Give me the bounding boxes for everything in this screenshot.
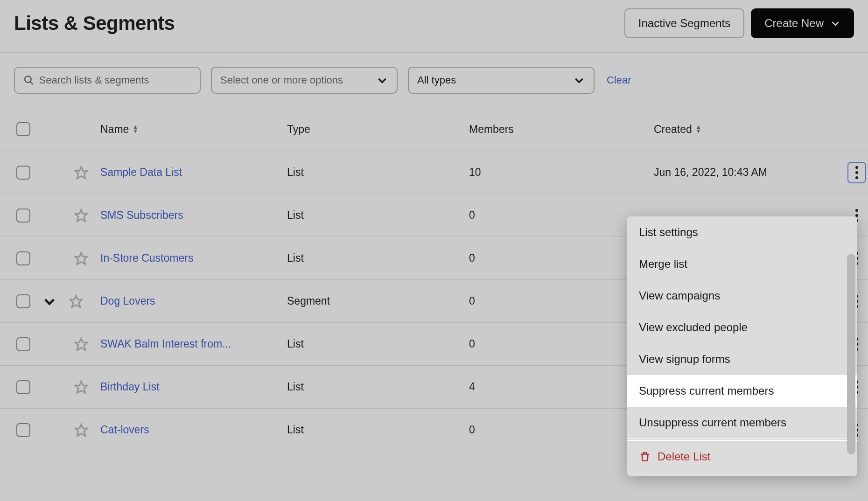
row-type: List [287,381,469,393]
header-actions: Inactive Segments Create New [624,8,854,38]
star-icon[interactable] [69,294,83,308]
row-type: List [287,338,469,350]
row-type: List [287,209,469,222]
row-name-link[interactable]: Dog Lovers [100,295,155,307]
svg-marker-2 [76,167,87,178]
row-actions-button[interactable] [847,162,866,183]
col-members: Members [469,123,654,136]
chevron-down-icon [376,74,388,86]
chevron-down-icon [573,74,585,86]
svg-marker-14 [70,295,82,307]
row-type: List [287,166,469,179]
svg-point-7 [855,209,858,212]
clear-filters-link[interactable]: Clear [607,74,631,86]
row-members: 0 [469,209,654,222]
create-new-label: Create New [764,17,824,30]
svg-marker-22 [76,381,87,393]
col-members-label: Members [469,123,514,136]
menu-item[interactable]: Merge list [627,248,857,280]
row-members: 0 [469,295,654,307]
star-icon[interactable] [74,166,88,180]
menu-item[interactable]: View excluded people [627,312,857,343]
star-icon[interactable] [74,380,88,394]
row-checkbox[interactable] [16,380,30,394]
search-icon [23,74,35,86]
row-members: 0 [469,424,654,436]
svg-marker-18 [76,338,87,350]
star-icon[interactable] [74,337,88,351]
type-select-label: All types [417,74,456,86]
sort-icon: ▲▼ [696,125,701,133]
menu-item[interactable]: Unsuppress current members [627,407,857,438]
row-members: 0 [469,252,654,264]
row-type: Segment [287,295,469,307]
svg-point-5 [855,176,858,179]
svg-point-0 [25,76,31,83]
star-icon[interactable] [74,423,88,437]
svg-point-3 [855,166,858,169]
star-icon[interactable] [74,209,88,223]
col-name[interactable]: Name ▲▼ [100,123,287,136]
row-checkbox[interactable] [16,251,30,265]
sort-icon: ▲▼ [133,125,138,133]
row-checkbox[interactable] [16,337,30,351]
trash-icon [639,451,651,463]
star-icon[interactable] [74,251,88,265]
row-name-link[interactable]: SMS Subscribers [100,209,183,221]
row-checkbox[interactable] [16,166,30,180]
select-all-checkbox[interactable] [16,122,30,136]
menu-scrollbar[interactable] [847,254,855,454]
row-created: Jun 16, 2022, 10:43 AM [654,166,838,179]
type-select[interactable]: All types [408,67,595,94]
row-checkbox[interactable] [16,294,30,308]
page-header: Lists & Segments Inactive Segments Creat… [0,0,868,53]
expand-icon[interactable] [42,294,57,309]
create-new-button[interactable]: Create New [751,8,854,38]
inactive-segments-button[interactable]: Inactive Segments [624,8,744,38]
svg-marker-6 [76,209,87,221]
menu-item[interactable]: View signup forms [627,343,857,375]
table-header: Name ▲▼ Type Members Created ▲▼ [0,108,868,151]
row-name-link[interactable]: In-Store Customers [100,252,193,264]
search-input[interactable] [39,74,191,86]
menu-item-delete-label: Delete List [658,450,710,463]
tags-select-label: Select one or more options [220,74,343,86]
menu-divider [627,439,857,440]
svg-point-4 [855,171,858,174]
menu-item[interactable]: List settings [627,216,857,248]
svg-line-1 [30,82,33,84]
svg-marker-26 [76,424,87,436]
table-row: Sample Data ListList10Jun 16, 2022, 10:4… [0,151,868,194]
row-type: List [287,252,469,264]
col-name-label: Name [100,123,129,136]
svg-marker-10 [76,252,87,264]
col-created[interactable]: Created ▲▼ [654,123,838,136]
chevron-down-icon [830,18,840,28]
svg-point-8 [855,214,858,217]
row-members: 4 [469,381,654,393]
filters-bar: Select one or more options All types Cle… [0,53,868,108]
menu-item-delete[interactable]: Delete List [627,441,857,476]
row-name-link[interactable]: SWAK Balm Interest from... [100,338,231,350]
col-type-label: Type [287,123,310,136]
inactive-segments-label: Inactive Segments [638,17,730,30]
row-members: 0 [469,338,654,350]
row-actions-menu: List settingsMerge listView campaignsVie… [627,216,857,476]
row-type: List [287,424,469,436]
tags-select[interactable]: Select one or more options [211,67,398,94]
col-type: Type [287,123,469,136]
row-members: 10 [469,166,654,179]
row-checkbox[interactable] [16,423,30,437]
col-created-label: Created [654,123,692,136]
search-input-wrap[interactable] [14,67,201,94]
row-checkbox[interactable] [16,209,30,223]
page-title: Lists & Segments [14,12,175,35]
menu-item[interactable]: View campaigns [627,280,857,312]
row-name-link[interactable]: Birthday List [100,381,160,393]
row-name-link[interactable]: Sample Data List [100,166,182,178]
menu-item[interactable]: Suppress current members [627,375,857,407]
row-name-link[interactable]: Cat-lovers [100,424,149,436]
